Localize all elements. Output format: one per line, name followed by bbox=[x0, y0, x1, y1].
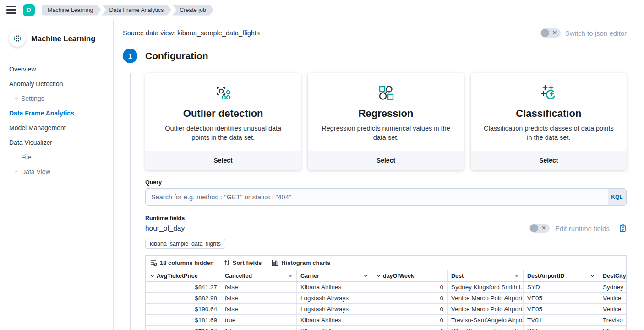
column-header-Carrier[interactable]: Carrier bbox=[297, 270, 372, 282]
menu-icon[interactable] bbox=[6, 6, 16, 14]
chevron-down-icon bbox=[514, 273, 519, 278]
table-cell[interactable]: VE05 bbox=[524, 304, 599, 315]
card-classification[interactable]: Classification Classification predicts c… bbox=[471, 73, 627, 170]
step-connector-line bbox=[130, 73, 131, 330]
column-header-dayOfWeek[interactable]: dayOfWeek bbox=[372, 270, 448, 282]
regression-icon bbox=[376, 82, 395, 104]
sidebar-item-anomaly-detection[interactable]: Anomaly Detection bbox=[9, 80, 106, 88]
column-header-DestCityN[interactable]: DestCityN bbox=[599, 270, 626, 282]
select-classification-button[interactable]: Select bbox=[471, 151, 627, 170]
sidebar-item-overview[interactable]: Overview bbox=[9, 65, 106, 73]
table-cell[interactable]: Xi'an bbox=[599, 326, 626, 330]
card-description: Regression predicts numerical values in … bbox=[321, 124, 451, 142]
table-cell[interactable]: Sydney bbox=[599, 282, 626, 293]
deployment-badge[interactable]: D bbox=[23, 4, 35, 16]
toggle-x-icon: ✕ bbox=[553, 30, 557, 35]
classification-icon bbox=[539, 82, 558, 104]
table-cell[interactable]: Kibana Airlines bbox=[297, 315, 372, 326]
table-cell[interactable]: $882.98 bbox=[146, 293, 221, 304]
table-cell[interactable]: $841.27 bbox=[146, 282, 221, 293]
chevron-down-icon bbox=[150, 273, 155, 278]
step-title: Configuration bbox=[145, 50, 208, 61]
sidebar-item-data-visualizer[interactable]: Data Visualizer bbox=[9, 138, 106, 147]
select-regression-button[interactable]: Select bbox=[308, 151, 464, 170]
table-row: $190.64falseLogstash Airways0Venice Marc… bbox=[146, 304, 626, 315]
table-cell[interactable]: Sydney Kingsford Smith I... bbox=[448, 282, 524, 293]
table-cell[interactable]: Kibana Airlines bbox=[297, 282, 372, 293]
copy-clipboard-icon[interactable] bbox=[619, 224, 627, 232]
json-editor-toggle-group: ✕ Switch to json editor bbox=[540, 28, 627, 38]
sidebar-item-data-frame-analytics[interactable]: Data Frame Analytics bbox=[9, 109, 106, 117]
chevron-down-icon bbox=[363, 273, 368, 278]
edit-runtime-fields-toggle[interactable]: ✕ bbox=[529, 224, 550, 233]
column-header-Cancelled[interactable]: Cancelled bbox=[221, 270, 297, 282]
sidebar: Machine Learning Overview Anomaly Detect… bbox=[0, 20, 114, 330]
select-outlier-detection-button[interactable]: Select bbox=[145, 151, 301, 170]
table-cell[interactable]: Kibana Airlines bbox=[297, 326, 372, 330]
table-cell[interactable]: $181.69 bbox=[146, 315, 221, 326]
column-header-AvgTicketPrice[interactable]: AvgTicketPrice bbox=[146, 270, 221, 282]
table-cell[interactable]: Xi'an Xianyang Internatio... bbox=[448, 326, 524, 330]
histogram-icon bbox=[272, 259, 278, 266]
card-outlier-detection[interactable]: Outlier detection Outlier detection iden… bbox=[145, 73, 301, 170]
breadcrumb-data-frame-analytics[interactable]: Data Frame Analytics bbox=[102, 5, 171, 16]
card-title: Regression bbox=[359, 108, 414, 120]
table-cell[interactable]: false bbox=[221, 326, 297, 330]
table-cell[interactable]: Logstash Airways bbox=[297, 304, 372, 315]
table-cell[interactable]: VE05 bbox=[524, 293, 599, 304]
table-cell[interactable]: Treviso-Sant'Angelo Airport bbox=[448, 315, 524, 326]
edit-runtime-fields-label: Edit runtime fields bbox=[555, 225, 610, 232]
table-cell[interactable]: false bbox=[221, 293, 297, 304]
table-cell[interactable]: 0 bbox=[372, 282, 448, 293]
table-cell[interactable]: false bbox=[221, 282, 297, 293]
sidebar-nav: Overview Anomaly Detection Settings Data… bbox=[9, 65, 106, 176]
data-grid: 18 columns hidden Sort fields bbox=[145, 255, 627, 330]
sort-icon bbox=[224, 259, 230, 266]
card-regression[interactable]: Regression Regression predicts numerical… bbox=[308, 73, 464, 170]
sidebar-item-settings[interactable]: Settings bbox=[9, 94, 106, 103]
table-row: $730.04falseKibana Airlines0Xi'an Xianya… bbox=[146, 326, 626, 330]
kql-language-button[interactable]: KQL bbox=[608, 189, 626, 205]
sort-fields-button[interactable]: Sort fields bbox=[224, 259, 262, 266]
index-name-badge[interactable]: kibana_sample_data_flights bbox=[145, 239, 225, 249]
histogram-charts-button[interactable]: Histogram charts bbox=[272, 259, 330, 266]
json-editor-toggle[interactable]: ✕ bbox=[540, 28, 561, 38]
table-cell[interactable]: $190.64 bbox=[146, 304, 221, 315]
table-cell[interactable]: SYD bbox=[524, 282, 599, 293]
table-row: $181.69trueKibana Airlines0Treviso-Sant'… bbox=[146, 315, 626, 326]
columns-icon bbox=[150, 259, 157, 266]
table-cell[interactable]: Venice bbox=[599, 304, 626, 315]
chevron-down-icon bbox=[590, 273, 595, 278]
table-cell[interactable]: Logstash Airways bbox=[297, 293, 372, 304]
table-cell[interactable]: 0 bbox=[372, 293, 448, 304]
table-cell[interactable]: Venice bbox=[599, 293, 626, 304]
table-cell[interactable]: $730.04 bbox=[146, 326, 221, 330]
query-search-input[interactable] bbox=[146, 189, 608, 205]
columns-hidden-button[interactable]: 18 columns hidden bbox=[150, 259, 214, 266]
column-header-DestAirportID[interactable]: DestAirportID bbox=[524, 270, 599, 282]
job-type-cards: Outlier detection Outlier detection iden… bbox=[145, 73, 627, 170]
table-row: $841.27falseKibana Airlines0Sydney Kings… bbox=[146, 282, 626, 293]
chevron-down-icon bbox=[376, 273, 381, 278]
table-cell[interactable]: TV01 bbox=[524, 315, 599, 326]
sidebar-item-data-view[interactable]: Data View bbox=[9, 168, 106, 176]
table-cell[interactable]: 0 bbox=[372, 326, 448, 330]
card-description: Outlier detection identifies unusual dat… bbox=[158, 124, 288, 142]
breadcrumb: Machine Learning Data Frame Analytics Cr… bbox=[41, 5, 214, 16]
table-cell[interactable]: Venice Marco Polo Airport bbox=[448, 304, 524, 315]
table-cell[interactable]: XIY bbox=[524, 326, 599, 330]
column-header-Dest[interactable]: Dest bbox=[448, 270, 524, 282]
sidebar-item-model-management[interactable]: Model Management bbox=[9, 124, 106, 132]
table-cell[interactable]: 0 bbox=[372, 304, 448, 315]
table-cell[interactable]: Venice Marco Polo Airport bbox=[448, 293, 524, 304]
sidebar-item-file[interactable]: File bbox=[9, 153, 106, 161]
toggle-x-icon: ✕ bbox=[542, 226, 546, 231]
sidebar-title: Machine Learning bbox=[31, 34, 95, 43]
table-cell[interactable]: Treviso bbox=[599, 315, 626, 326]
breadcrumb-machine-learning[interactable]: Machine Learning bbox=[42, 5, 101, 16]
table-cell[interactable]: 0 bbox=[372, 315, 448, 326]
table-cell[interactable]: false bbox=[221, 304, 297, 315]
runtime-fields-label: Runtime fields bbox=[145, 215, 627, 221]
table-cell[interactable]: true bbox=[221, 315, 297, 326]
card-title: Outlier detection bbox=[183, 108, 263, 120]
